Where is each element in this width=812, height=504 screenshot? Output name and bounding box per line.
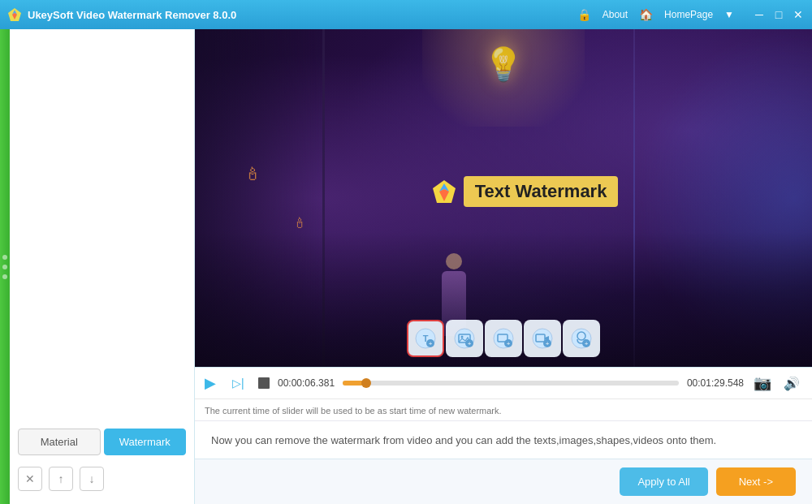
description-bar: Now you can remove the watermark from vi… xyxy=(195,420,812,459)
torch-left-2: 🕯 xyxy=(292,215,307,232)
left-edge-decoration xyxy=(0,29,10,504)
window-controls: ─ □ ✕ xyxy=(752,7,806,22)
lock-area: 🔒 xyxy=(577,8,591,21)
sidebar: Material Watermark ✕ ↑ ↓ xyxy=(10,29,195,504)
move-down-button[interactable]: ↓ xyxy=(80,467,104,491)
edge-dot xyxy=(2,274,7,279)
description-text: Now you can remove the watermark from vi… xyxy=(211,434,716,446)
info-bar: The current time of slider will be used … xyxy=(195,398,812,420)
add-image-watermark-button[interactable]: + xyxy=(446,320,483,357)
up-icon: ↑ xyxy=(58,472,64,485)
volume-button[interactable]: 🔊 xyxy=(781,373,802,394)
maximize-button[interactable]: □ xyxy=(771,7,786,22)
apply-to-all-button[interactable]: Apply to All xyxy=(620,467,707,496)
edge-dot xyxy=(2,255,7,260)
add-video-watermark-button[interactable]: + xyxy=(524,320,561,357)
material-tab[interactable]: Material xyxy=(18,429,101,455)
info-text: The current time of slider will be used … xyxy=(205,406,502,416)
tab-buttons: Material Watermark xyxy=(18,422,186,455)
screenshot-button[interactable]: 📷 xyxy=(752,373,773,394)
add-subtitle-watermark-button[interactable]: + xyxy=(563,320,600,357)
torch-left: 🕯 xyxy=(244,164,261,185)
content-area: 💡 🕯 🕯 Text Watermark xyxy=(195,29,812,504)
chandelier: 💡 xyxy=(483,45,524,84)
play-button[interactable]: ▶ xyxy=(205,373,224,393)
watermark-logo xyxy=(430,177,459,206)
watermark-tab[interactable]: Watermark xyxy=(104,429,187,455)
player-bar: ▶ ▷| 00:00:06.381 00:01:29.548 📷 🔊 xyxy=(195,367,812,398)
minimize-button[interactable]: ─ xyxy=(752,7,767,22)
video-toolbar: T + + xyxy=(407,320,600,357)
end-time: 00:01:29.548 xyxy=(687,377,744,389)
character-head xyxy=(446,253,462,269)
svg-text:+: + xyxy=(507,340,511,347)
sidebar-action-buttons: ✕ ↑ ↓ xyxy=(18,462,186,496)
current-time: 00:00:06.381 xyxy=(278,377,335,389)
video-preview: 💡 🕯 🕯 Text Watermark xyxy=(195,29,812,367)
about-button[interactable]: About xyxy=(603,9,628,20)
home-icon: 🏠 xyxy=(639,8,653,21)
edge-dot xyxy=(2,265,7,269)
app-title: UkeySoft Video Watermark Remover 8.0.0 xyxy=(28,9,577,21)
homepage-button[interactable]: HomePage xyxy=(664,9,713,20)
watermark-text: Text Watermark xyxy=(464,176,619,207)
delete-button[interactable]: ✕ xyxy=(18,467,42,491)
progress-bar[interactable] xyxy=(343,381,679,386)
main-layout: Material Watermark ✕ ↑ ↓ 💡 xyxy=(0,29,812,504)
next-button[interactable]: Next -> xyxy=(716,467,796,496)
stop-button[interactable] xyxy=(258,377,270,389)
svg-text:+: + xyxy=(429,340,433,347)
watermark-overlay: Text Watermark xyxy=(430,176,619,207)
add-text-watermark-button[interactable]: T + xyxy=(407,320,444,357)
progress-thumb[interactable] xyxy=(361,378,371,388)
lock-icon: 🔒 xyxy=(577,8,591,21)
title-bar-right: 🔒 About 🏠 HomePage ▼ ─ □ ✕ xyxy=(577,7,806,22)
close-button[interactable]: ✕ xyxy=(791,7,806,22)
frame-forward-button[interactable]: ▷| xyxy=(232,374,250,392)
dropdown-icon[interactable]: ▼ xyxy=(724,9,734,20)
app-logo xyxy=(6,6,23,23)
bottom-action-bar: Apply to All Next -> xyxy=(195,459,812,504)
add-shape-watermark-button[interactable]: + xyxy=(485,320,522,357)
down-icon: ↓ xyxy=(89,472,95,485)
chandelier-icon: 💡 xyxy=(483,46,524,82)
svg-text:+: + xyxy=(468,340,472,347)
svg-text:+: + xyxy=(585,340,589,347)
title-bar: UkeySoft Video Watermark Remover 8.0.0 🔒… xyxy=(0,0,812,29)
move-up-button[interactable]: ↑ xyxy=(49,467,73,491)
delete-icon: ✕ xyxy=(25,472,35,485)
sidebar-content xyxy=(18,37,186,422)
svg-point-12 xyxy=(461,336,464,338)
svg-text:+: + xyxy=(546,340,550,347)
